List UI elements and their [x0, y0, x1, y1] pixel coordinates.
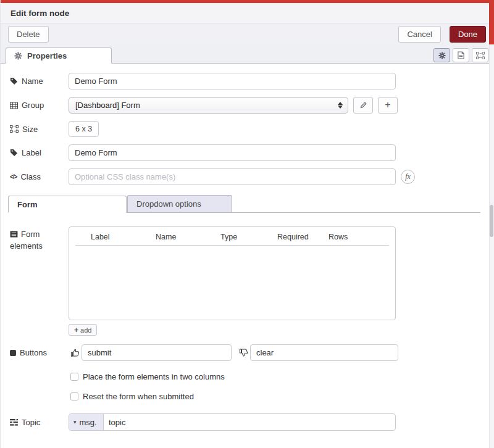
form-elements-row: Form elements Label Name Type Required R…: [10, 226, 490, 336]
form-tabs: Form Dropdown options: [8, 195, 480, 213]
buttons-row: Buttons: [10, 344, 490, 361]
tab-properties-label: Properties: [27, 51, 67, 60]
fx-button[interactable]: fx: [401, 170, 415, 184]
group-select[interactable]: [Dashboard] Form: [69, 97, 348, 114]
topic-typed-input[interactable]: ▾ msg. topic: [69, 413, 396, 431]
tab-properties[interactable]: Properties: [6, 48, 112, 64]
reset-checkbox[interactable]: [70, 392, 78, 400]
dialog-header: Edit form node: [1, 3, 494, 23]
size-label: Size: [10, 125, 69, 134]
class-label: </> Class: [10, 172, 69, 181]
column-header-name: Name: [156, 233, 220, 241]
name-row: Name: [10, 73, 490, 89]
scrollbar-thumb[interactable]: [490, 205, 493, 237]
editor-bar-buttons: [433, 48, 488, 62]
gear-icon: [14, 52, 22, 60]
size-button[interactable]: 6 x 3: [69, 121, 99, 137]
code-icon: </>: [10, 173, 17, 180]
class-row: </> Class fx: [10, 168, 490, 185]
form-elements-table[interactable]: Label Name Type Required Rows: [69, 226, 396, 320]
class-input[interactable]: [69, 168, 396, 185]
workspace-red-border-right: [489, 0, 494, 44]
document-icon: [458, 51, 464, 59]
thumbs-up-icon: [70, 348, 80, 357]
plus-icon: +: [385, 99, 390, 110]
group-label: Group: [10, 101, 69, 110]
group-row: Group [Dashboard] Form +: [10, 97, 490, 114]
toolbar-right-group: Cancel Done: [398, 26, 486, 43]
thumbs-down-icon: [239, 348, 248, 357]
select-arrows-icon: [338, 102, 343, 109]
delete-button[interactable]: Delete: [8, 26, 49, 43]
table-icon: [10, 102, 18, 109]
gear-icon: [438, 52, 446, 59]
show-appearance-button[interactable]: [472, 48, 488, 62]
form-elements-header: Label Name Type Required Rows: [75, 233, 389, 246]
label-label: Label: [10, 148, 69, 157]
topic-row: Topic ▾ msg. topic: [10, 413, 490, 431]
done-button[interactable]: Done: [450, 26, 486, 43]
dialog-toolbar: Delete Cancel Done: [1, 23, 494, 44]
form-elements-label: Form elements: [10, 229, 69, 252]
properties-form: Name Group [Dashboard] Form +: [1, 64, 490, 448]
two-columns-label[interactable]: Place the form elements in two columns: [83, 372, 225, 381]
tasks-icon: [10, 419, 18, 426]
object-group-icon: [476, 52, 485, 59]
plus-icon: +: [74, 326, 78, 334]
list-alt-icon: [10, 231, 18, 238]
editor-tab-bar: Properties: [1, 44, 494, 64]
reset-label[interactable]: Reset the form when submitted: [83, 392, 194, 401]
label-input[interactable]: [69, 144, 396, 161]
edit-group-button[interactable]: [353, 97, 373, 114]
add-group-button[interactable]: +: [378, 97, 398, 114]
object-group-icon: [10, 125, 19, 133]
label-row: Label: [10, 144, 490, 161]
tab-dropdown-options[interactable]: Dropdown options: [127, 195, 232, 212]
dialog-title: Edit form node: [10, 9, 69, 18]
scrollbar-track[interactable]: [489, 44, 494, 448]
form-elements-empty-list: [69, 246, 395, 313]
clear-button-text-input[interactable]: [250, 344, 398, 361]
group-select-value: [Dashboard] Form: [75, 101, 140, 110]
name-input[interactable]: [69, 73, 396, 89]
topic-type-label: msg.: [80, 418, 97, 427]
two-columns-option: Place the form elements in two columns: [70, 372, 490, 381]
show-properties-button[interactable]: [433, 48, 450, 62]
chevron-down-icon: ▾: [73, 419, 77, 425]
add-element-button[interactable]: +add: [69, 324, 97, 336]
tag-icon: [10, 149, 18, 157]
column-header-rows: Rows: [329, 233, 389, 241]
edit-node-dialog: Edit form node Delete Cancel Done Proper…: [0, 0, 494, 448]
square-icon: [10, 350, 16, 356]
size-row: Size 6 x 3: [10, 121, 490, 137]
name-label: Name: [10, 77, 69, 86]
topic-type-selector[interactable]: ▾ msg.: [69, 414, 104, 430]
cancel-button[interactable]: Cancel: [398, 26, 440, 43]
show-description-button[interactable]: [453, 48, 469, 62]
submit-button-text-input[interactable]: [82, 344, 232, 361]
tab-form[interactable]: Form: [8, 196, 127, 213]
topic-label: Topic: [10, 418, 69, 427]
column-header-required: Required: [277, 233, 329, 241]
topic-value: topic: [104, 418, 125, 427]
reset-option: Reset the form when submitted: [70, 392, 490, 401]
column-header-type: Type: [220, 233, 277, 241]
column-header-label: Label: [91, 233, 156, 241]
tag-icon: [10, 77, 18, 85]
two-columns-checkbox[interactable]: [70, 373, 78, 381]
buttons-label: Buttons: [10, 348, 69, 357]
pencil-icon: [359, 101, 367, 109]
